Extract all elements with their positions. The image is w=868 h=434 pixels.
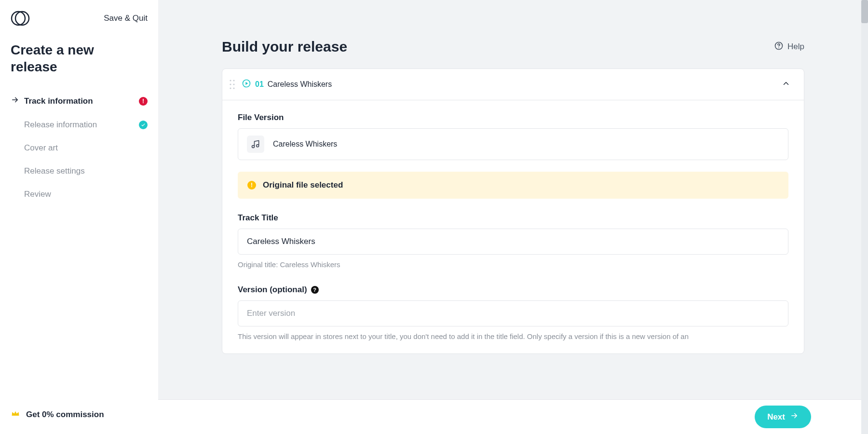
music-note-icon: [247, 136, 264, 153]
section-version: Version (optional) ? This version will a…: [222, 272, 804, 354]
section-file-version: File Version Careless Whiskers Original …: [222, 100, 804, 201]
status-ok-icon: [139, 121, 148, 129]
bottom-bar: Next: [158, 399, 868, 434]
content-header: Build your release Help: [158, 0, 868, 68]
arrow-right-icon: [11, 95, 19, 107]
crown-icon: [11, 408, 20, 420]
sidebar-item-review[interactable]: Review: [4, 183, 154, 206]
status-error-icon: [139, 97, 148, 106]
track-title-label: Track Title: [238, 213, 788, 223]
help-button[interactable]: Help: [774, 41, 804, 53]
scrollbar-thumb[interactable]: [861, 0, 868, 23]
save-quit-button[interactable]: Save & Quit: [104, 14, 148, 23]
sidebar-item-label: Release information: [24, 120, 97, 130]
drag-handle-icon[interactable]: [229, 79, 236, 90]
version-label: Version (optional) ?: [238, 285, 788, 295]
track-title-hint: Original title: Careless Whiskers: [238, 259, 788, 271]
next-button[interactable]: Next: [755, 406, 811, 428]
warning-icon: [247, 181, 256, 190]
track-title: Careless Whiskers: [268, 80, 332, 89]
sidebar-item-release-settings[interactable]: Release settings: [4, 160, 154, 183]
sidebar-footer-label: Get 0% commission: [26, 410, 104, 420]
chevron-up-icon[interactable]: [782, 79, 790, 90]
sidebar-item-label: Review: [24, 190, 51, 199]
sidebar-item-release-information[interactable]: Release information: [4, 113, 154, 136]
sidebar-item-label: Release settings: [24, 166, 85, 176]
track-title-input[interactable]: [238, 229, 788, 255]
svg-point-4: [233, 80, 234, 81]
sidebar-nav: Track information Release information Co…: [0, 80, 158, 206]
scrollbar-track[interactable]: [861, 0, 868, 434]
help-tooltip-icon[interactable]: ?: [311, 286, 319, 294]
svg-point-8: [233, 87, 234, 89]
sidebar-item-label: Cover art: [24, 143, 58, 153]
svg-point-1: [15, 12, 29, 25]
help-icon: [774, 41, 784, 53]
sidebar-item-label: Track information: [24, 96, 93, 106]
version-hint: This version will appear in stores next …: [238, 331, 788, 342]
sidebar-top: Save & Quit: [0, 0, 158, 32]
svg-point-5: [230, 83, 231, 85]
file-name: Careless Whiskers: [273, 140, 337, 149]
section-track-title: Track Title Original title: Careless Whi…: [222, 201, 804, 272]
file-alert-text: Original file selected: [263, 180, 343, 190]
sidebar-item-track-information[interactable]: Track information: [4, 89, 154, 113]
next-button-label: Next: [767, 412, 785, 422]
svg-point-6: [233, 83, 234, 85]
logo-icon: [11, 9, 30, 28]
track-card-header[interactable]: 01 Careless Whiskers: [222, 69, 804, 100]
version-label-text: Version (optional): [238, 285, 307, 295]
help-label: Help: [787, 42, 804, 52]
file-alert: Original file selected: [238, 172, 788, 199]
arrow-right-icon: [790, 411, 799, 422]
content-scroll[interactable]: Build your release Help: [158, 0, 868, 399]
content-title: Build your release: [222, 39, 347, 55]
track-card: 01 Careless Whiskers File Version Carele…: [222, 68, 804, 354]
sidebar-item-cover-art[interactable]: Cover art: [4, 136, 154, 160]
get-commission-button[interactable]: Get 0% commission: [0, 399, 158, 434]
svg-point-7: [230, 87, 231, 89]
svg-point-3: [230, 80, 231, 81]
file-version-label: File Version: [238, 113, 788, 122]
file-version-box[interactable]: Careless Whiskers: [238, 128, 788, 160]
main: Build your release Help: [158, 0, 868, 434]
play-icon[interactable]: [242, 79, 251, 90]
version-input[interactable]: [238, 300, 788, 326]
svg-point-0: [12, 12, 25, 25]
sidebar: Save & Quit Create a new release Track i…: [0, 0, 158, 434]
track-number: 01: [255, 80, 264, 89]
page-title: Create a new release: [0, 32, 125, 80]
